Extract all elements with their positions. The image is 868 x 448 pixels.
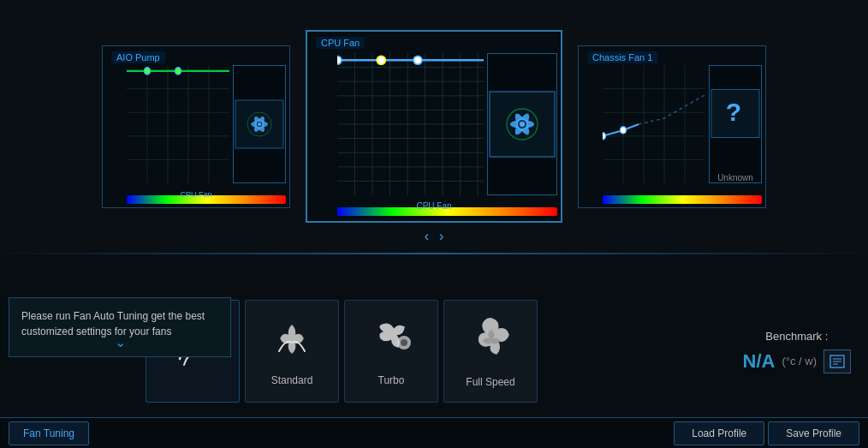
warning-box: Please run Fan Auto Tuning get the best …: [9, 297, 231, 357]
chart-area-chassis1: [603, 65, 705, 183]
svg-point-51: [520, 122, 525, 127]
svg-point-44: [377, 56, 385, 64]
chart-area-cpu: 100 90 80 70 60 50 40 30 20: [337, 53, 484, 195]
chart-area-aio: [127, 65, 229, 183]
svg-point-8: [144, 67, 150, 74]
warning-text: Please run Fan Auto Tuning get the best …: [21, 310, 205, 337]
bottom-right-buttons: Load Profile Save Profile: [674, 421, 859, 445]
standard-label: Standard: [271, 374, 313, 386]
benchmark-value-row: N/A (°c / w): [743, 349, 851, 373]
bottom-bar: Fan Tuning Load Profile Save Profile: [0, 417, 868, 448]
fan-card-title-cpu: CPU Fan: [316, 37, 365, 49]
fan-icon-box-chassis1: ? Unknown: [709, 65, 762, 183]
fan-label-cpu: CPU Fan: [416, 201, 451, 211]
fan-icon-box-cpu: [487, 53, 557, 195]
fan-card-aio-pump[interactable]: AIO Pump: [102, 45, 290, 208]
svg-point-62: [620, 126, 626, 133]
temp-bar-chassis1: [603, 195, 762, 204]
svg-point-15: [258, 122, 261, 126]
fan-card-title-aio: AIO Pump: [111, 51, 165, 63]
load-profile-button[interactable]: Load Profile: [674, 421, 764, 445]
preset-btn-fullspeed[interactable]: Full Speed: [443, 300, 538, 403]
svg-text:?: ?: [726, 97, 741, 125]
prev-arrow[interactable]: ‹: [425, 229, 429, 244]
fan-icon-box-aio: [233, 65, 286, 183]
preset-btn-turbo[interactable]: Turbo: [344, 300, 438, 403]
benchmark-unit: (°c / w): [782, 355, 817, 367]
fan-card-cpu[interactable]: CPU Fan 100 90 80 70 60 50 40 30 20: [306, 30, 562, 223]
svg-point-45: [413, 56, 422, 64]
benchmark-value: N/A: [743, 350, 776, 373]
fan-card-title-chassis1: Chassis Fan 1: [587, 51, 657, 63]
svg-point-9: [175, 67, 181, 74]
svg-point-61: [603, 132, 606, 139]
fan-cards-area: AIO Pump: [0, 0, 868, 253]
benchmark-action-btn[interactable]: [823, 349, 851, 373]
fan-card-chassis1[interactable]: Chassis Fan 1: [578, 45, 766, 208]
fullspeed-icon: [467, 314, 514, 369]
save-profile-button[interactable]: Save Profile: [768, 421, 859, 445]
standard-icon: [271, 317, 313, 367]
next-arrow[interactable]: ›: [439, 229, 443, 244]
fullspeed-label: Full Speed: [466, 376, 514, 388]
svg-point-66: [401, 339, 407, 346]
benchmark-area: Benchmark : N/A (°c / w): [743, 330, 851, 373]
fan-label-aio: CPU Fan: [180, 190, 211, 199]
nav-arrows: ‹ ›: [425, 229, 444, 244]
turbo-icon: [368, 317, 415, 367]
benchmark-title: Benchmark :: [765, 330, 828, 343]
chevron-down-icon: ⌄: [115, 332, 126, 353]
fan-cards-container: AIO Pump: [102, 30, 766, 223]
turbo-label: Turbo: [378, 374, 405, 386]
svg-point-43: [337, 56, 342, 64]
fan-tuning-button[interactable]: Fan Tuning: [9, 421, 89, 445]
unknown-label: Unknown: [717, 173, 753, 182]
preset-btn-standard[interactable]: Standard: [245, 300, 339, 403]
